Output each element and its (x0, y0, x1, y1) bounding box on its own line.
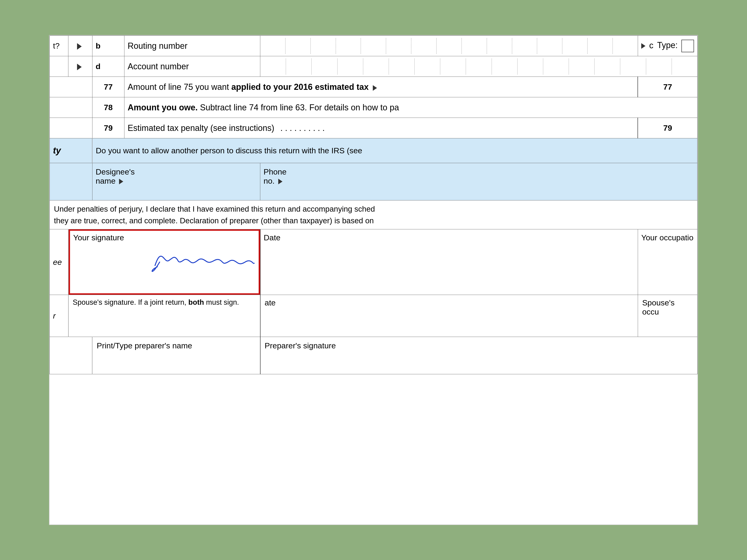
d-arrow-icon (77, 64, 82, 70)
line77-num-right: 77 (638, 77, 697, 97)
account-box-5[interactable] (363, 59, 389, 75)
d-label-cell: d (92, 56, 124, 77)
routing-box-10[interactable] (487, 38, 512, 54)
line78-left (50, 97, 93, 118)
line77-desc: Amount of line 75 you want applied to yo… (124, 77, 638, 97)
line79-desc: Estimated tax penalty (see instructions)… (124, 118, 638, 138)
preparer-name-cell[interactable]: Print/Type preparer's name (92, 337, 260, 374)
form-document: t? b Routing number (49, 35, 698, 525)
third-party-text: Do you want to allow another person to d… (96, 146, 362, 155)
account-box-11[interactable] (518, 59, 543, 75)
routing-box-3[interactable] (311, 38, 336, 54)
account-input-cell[interactable] (260, 56, 697, 77)
line78-desc: Amount you owe. Subtract line 74 from li… (124, 97, 697, 118)
routing-number-row: t? b Routing number (50, 36, 697, 56)
routing-box-5[interactable] (361, 38, 386, 54)
account-label-cell: Account number (124, 56, 260, 77)
spouse-date-cell[interactable]: ate (260, 295, 638, 337)
account-box-4[interactable] (338, 59, 363, 75)
account-box-13[interactable] (569, 59, 595, 75)
signature-row: ee Your signature (50, 229, 697, 295)
routing-box-2[interactable] (285, 38, 311, 54)
designee-name-cell: Designee's name (92, 163, 260, 201)
spouse-occupation-cell: Spouse's occu (638, 295, 697, 337)
line79-num-end: 79 (663, 124, 672, 132)
account-box-7[interactable] (415, 59, 440, 75)
account-box-6[interactable] (389, 59, 415, 75)
preparer-sig-label: Preparer's signature (265, 341, 336, 350)
routing-box-15[interactable] (613, 38, 638, 54)
line79-number: 79 (104, 124, 113, 132)
b-label-cell: b (92, 36, 124, 56)
perjury-text2: they are true, correct, and complete. De… (54, 216, 374, 225)
b-label: b (96, 41, 101, 50)
designee-empty1 (50, 163, 93, 201)
routing-box-9[interactable] (462, 38, 487, 54)
preparer-name-label: Print/Type preparer's name (97, 341, 192, 350)
account-box-1[interactable] (260, 59, 286, 75)
line79-num-right: 79 (638, 118, 697, 138)
sig-date-label: Date (264, 233, 281, 242)
b-arrow-cell (69, 36, 93, 56)
account-box-16[interactable] (646, 59, 672, 75)
routing-box-12[interactable] (537, 38, 562, 54)
account-box-2[interactable] (286, 59, 312, 75)
type-checkbox[interactable] (681, 40, 694, 52)
routing-box-1[interactable] (260, 38, 285, 54)
designee-phone-label: Phone (263, 167, 286, 176)
d-arrow-cell (69, 56, 93, 77)
third-party-label-left: ty (50, 138, 93, 163)
b-arrow-icon (77, 43, 82, 50)
line77-num-end: 77 (663, 82, 672, 91)
routing-box-13[interactable] (562, 38, 588, 54)
page-background: t? b Routing number (0, 0, 747, 560)
account-box-9[interactable] (466, 59, 492, 75)
account-box-8[interactable] (440, 59, 466, 75)
designee-name-label: Designee's (96, 167, 135, 176)
designee-phone-arrow (278, 179, 282, 184)
account-number-row: d Account number (50, 56, 697, 77)
line79-dots: . . . . . . . . . . (280, 123, 325, 133)
sig-occupation-cell: Your occupatio (638, 229, 697, 295)
line77-left (50, 77, 93, 97)
routing-box-11[interactable] (512, 38, 537, 54)
account-box-10[interactable] (492, 59, 518, 75)
designee-name-arrow (119, 179, 123, 184)
line78-num: 78 (92, 97, 124, 118)
perjury-row: Under penalties of perjury, I declare th… (50, 201, 697, 229)
spouse-sig-cell[interactable]: Spouse's signature. If a joint return, b… (69, 295, 260, 337)
designee-name-sub: name (96, 177, 115, 185)
routing-box-14[interactable] (588, 38, 613, 54)
line79-left (50, 118, 93, 138)
account-box-14[interactable] (595, 59, 620, 75)
routing-box-6[interactable] (386, 38, 411, 54)
routing-box-7[interactable] (411, 38, 437, 54)
spouse-left-label: r (53, 311, 56, 320)
line77-number: 77 (104, 82, 113, 91)
sig-label-text: Your signature (69, 229, 260, 242)
spouse-sig-label: Spouse's signature. If a joint return, b… (73, 298, 239, 306)
signature-path (155, 256, 254, 266)
preparer-sig-cell[interactable]: Preparer's signature (260, 337, 697, 374)
line78-number: 78 (104, 103, 113, 112)
routing-box-8[interactable] (437, 38, 462, 54)
line79-num: 79 (92, 118, 124, 138)
tax-form-table: t? b Routing number (50, 35, 697, 374)
account-box-12[interactable] (543, 59, 569, 75)
account-box-17[interactable] (672, 59, 697, 75)
sig-date-cell[interactable]: Date (260, 229, 638, 295)
routing-box-4[interactable] (336, 38, 361, 54)
d-label: d (96, 62, 101, 71)
third-party-left-label: ty (53, 145, 61, 155)
designee-row: Designee's name Phone no. (50, 163, 697, 201)
routing-input-cell[interactable] (260, 36, 638, 56)
line78-desc: Subtract line 74 from line 63. For detai… (200, 103, 399, 112)
routing-label: Routing number (128, 41, 187, 51)
preparer-left-cell (50, 337, 93, 374)
sig-cell[interactable]: Your signature (69, 229, 260, 295)
account-box-15[interactable] (620, 59, 646, 75)
sig-left-label: ee (53, 258, 62, 266)
account-box-3[interactable] (312, 59, 337, 75)
spouse-date-label: ate (265, 298, 276, 307)
spouse-left-cell: r (50, 295, 69, 337)
